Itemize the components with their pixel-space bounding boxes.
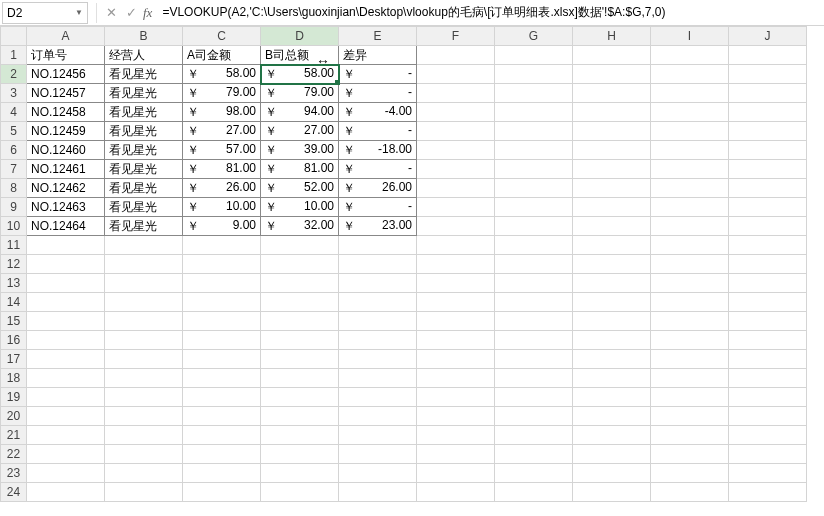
cell-C4[interactable]: ￥98.00 (183, 103, 261, 122)
cell-J22[interactable] (729, 445, 807, 464)
fx-icon[interactable]: fx (143, 5, 152, 21)
cell-F10[interactable] (417, 217, 495, 236)
cell-B6[interactable]: 看见星光 (105, 141, 183, 160)
cell-B5[interactable]: 看见星光 (105, 122, 183, 141)
row-header-14[interactable]: 14 (1, 293, 27, 312)
cell-C23[interactable] (183, 464, 261, 483)
cell-G19[interactable] (495, 388, 573, 407)
cell-C20[interactable] (183, 407, 261, 426)
row-header-17[interactable]: 17 (1, 350, 27, 369)
cell-J4[interactable] (729, 103, 807, 122)
row-header-13[interactable]: 13 (1, 274, 27, 293)
cell-A13[interactable] (27, 274, 105, 293)
cell-B7[interactable]: 看见星光 (105, 160, 183, 179)
cell-I7[interactable] (651, 160, 729, 179)
cell-F23[interactable] (417, 464, 495, 483)
col-header-G[interactable]: G (495, 27, 573, 46)
cell-F20[interactable] (417, 407, 495, 426)
cell-C8[interactable]: ￥26.00 (183, 179, 261, 198)
dropdown-icon[interactable]: ▼ (75, 8, 83, 17)
row-header-9[interactable]: 9 (1, 198, 27, 217)
cell-A4[interactable]: NO.12458 (27, 103, 105, 122)
col-header-F[interactable]: F (417, 27, 495, 46)
cell-G18[interactable] (495, 369, 573, 388)
cell-F1[interactable] (417, 46, 495, 65)
cell-J18[interactable] (729, 369, 807, 388)
cell-E6[interactable]: ￥-18.00 (339, 141, 417, 160)
cell-C9[interactable]: ￥10.00 (183, 198, 261, 217)
cell-F16[interactable] (417, 331, 495, 350)
cell-E4[interactable]: ￥-4.00 (339, 103, 417, 122)
cell-D6[interactable]: ￥39.00 (261, 141, 339, 160)
cell-G13[interactable] (495, 274, 573, 293)
cell-B8[interactable]: 看见星光 (105, 179, 183, 198)
cell-F15[interactable] (417, 312, 495, 331)
cell-D11[interactable] (261, 236, 339, 255)
row-header-22[interactable]: 22 (1, 445, 27, 464)
cell-B13[interactable] (105, 274, 183, 293)
cell-A9[interactable]: NO.12463 (27, 198, 105, 217)
cell-E24[interactable] (339, 483, 417, 502)
cell-E3[interactable]: ￥- (339, 84, 417, 103)
cell-A16[interactable] (27, 331, 105, 350)
cell-J5[interactable] (729, 122, 807, 141)
cell-H24[interactable] (573, 483, 651, 502)
cell-D16[interactable] (261, 331, 339, 350)
cell-D5[interactable]: ￥27.00 (261, 122, 339, 141)
cell-J9[interactable] (729, 198, 807, 217)
cell-G2[interactable] (495, 65, 573, 84)
cell-A22[interactable] (27, 445, 105, 464)
cell-B20[interactable] (105, 407, 183, 426)
col-header-I[interactable]: I (651, 27, 729, 46)
cell-G17[interactable] (495, 350, 573, 369)
cell-G22[interactable] (495, 445, 573, 464)
cell-D20[interactable] (261, 407, 339, 426)
cell-G20[interactable] (495, 407, 573, 426)
cell-F18[interactable] (417, 369, 495, 388)
cell-C24[interactable] (183, 483, 261, 502)
row-header-21[interactable]: 21 (1, 426, 27, 445)
cell-B14[interactable] (105, 293, 183, 312)
cell-E15[interactable] (339, 312, 417, 331)
row-header-16[interactable]: 16 (1, 331, 27, 350)
cell-D23[interactable] (261, 464, 339, 483)
cell-D10[interactable]: ￥32.00 (261, 217, 339, 236)
cell-B12[interactable] (105, 255, 183, 274)
cell-D4[interactable]: ￥94.00 (261, 103, 339, 122)
cell-G5[interactable] (495, 122, 573, 141)
cell-I6[interactable] (651, 141, 729, 160)
cell-C7[interactable]: ￥81.00 (183, 160, 261, 179)
cell-H4[interactable] (573, 103, 651, 122)
cell-G1[interactable] (495, 46, 573, 65)
cell-J19[interactable] (729, 388, 807, 407)
cancel-icon[interactable]: ✕ (101, 3, 121, 23)
cell-H5[interactable] (573, 122, 651, 141)
cell-I20[interactable] (651, 407, 729, 426)
cell-H11[interactable] (573, 236, 651, 255)
cell-F12[interactable] (417, 255, 495, 274)
cell-D17[interactable] (261, 350, 339, 369)
cell-C17[interactable] (183, 350, 261, 369)
cell-A10[interactable]: NO.12464 (27, 217, 105, 236)
cell-B15[interactable] (105, 312, 183, 331)
cell-A17[interactable] (27, 350, 105, 369)
cell-A3[interactable]: NO.12457 (27, 84, 105, 103)
cell-G15[interactable] (495, 312, 573, 331)
cell-A2[interactable]: NO.12456 (27, 65, 105, 84)
cell-E2[interactable]: ￥- (339, 65, 417, 84)
cell-H6[interactable] (573, 141, 651, 160)
cell-B21[interactable] (105, 426, 183, 445)
cell-B24[interactable] (105, 483, 183, 502)
cell-B17[interactable] (105, 350, 183, 369)
row-header-12[interactable]: 12 (1, 255, 27, 274)
cell-D1[interactable]: B司总额 (261, 46, 339, 65)
cell-D18[interactable] (261, 369, 339, 388)
cell-D7[interactable]: ￥81.00 (261, 160, 339, 179)
cell-G10[interactable] (495, 217, 573, 236)
cell-A7[interactable]: NO.12461 (27, 160, 105, 179)
select-all-corner[interactable] (1, 27, 27, 46)
col-header-J[interactable]: J (729, 27, 807, 46)
cell-F2[interactable] (417, 65, 495, 84)
col-header-E[interactable]: E (339, 27, 417, 46)
cell-C14[interactable] (183, 293, 261, 312)
